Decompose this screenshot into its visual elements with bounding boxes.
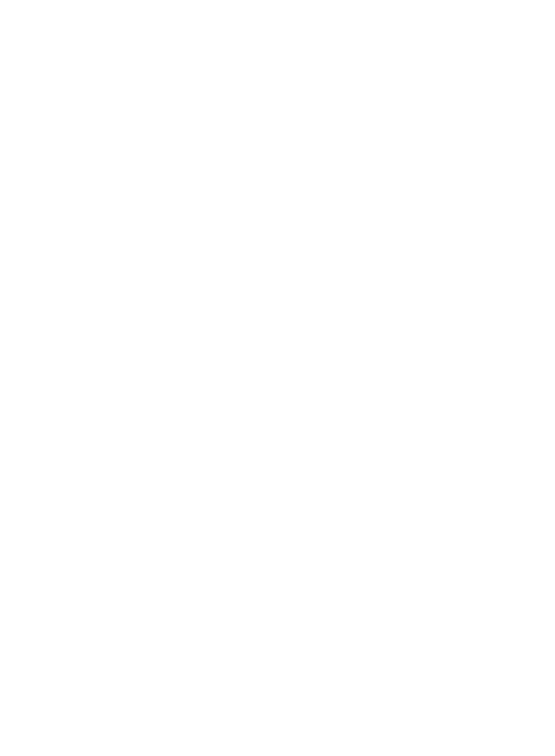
diagram-svg [0,0,555,756]
